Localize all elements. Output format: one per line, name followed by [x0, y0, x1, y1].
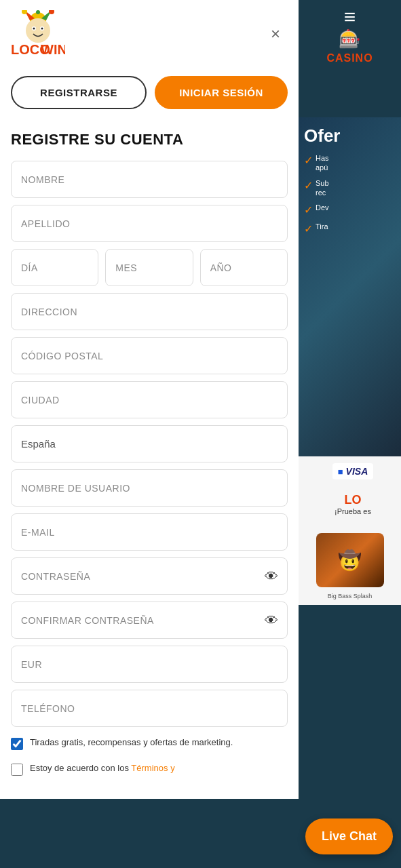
ano-input[interactable] — [200, 249, 288, 286]
promo-item-1: ✓ Hasapú — [304, 153, 401, 173]
moneda-input[interactable] — [11, 646, 288, 683]
buttons-row: REGISTRARSE INICIAR SESIÓN — [0, 68, 401, 117]
promo-item-3: ✓ Dev — [304, 203, 401, 216]
svg-text:WIN: WIN — [41, 42, 65, 57]
contrasena-input[interactable] — [11, 557, 288, 595]
codigo-postal-input[interactable] — [11, 337, 288, 374]
tiradas-label: Tiradas gratis, recompensas y ofertas de… — [30, 736, 233, 749]
casino-icon: 🎰 — [339, 28, 360, 50]
game-section: 🤠 Big Bass Splash — [299, 522, 401, 605]
terminos-label: Estoy de acuerdo con los Términos y — [30, 762, 175, 774]
promo-item-2: ✓ Subrec — [304, 178, 401, 198]
promo-title: Ofer — [304, 125, 401, 146]
logo-svg: LOCO WIN — [11, 10, 65, 58]
password-field-wrapper: 👁 — [11, 557, 288, 595]
promo-box: Ofer ✓ Hasapú ✓ Subrec ✓ Dev ✓ Tira — [299, 117, 401, 456]
confirmar-contrasena-input[interactable] — [11, 601, 288, 639]
promo-item-4: ✓ Tira — [304, 222, 401, 235]
payment-section: ■ VISA — [299, 456, 401, 486]
terminos-link[interactable]: Términos y — [131, 763, 174, 773]
tiradas-checkbox[interactable] — [11, 738, 23, 750]
header-right-panel: ≡ 🎰 CASINO — [299, 0, 401, 68]
confirm-password-field-wrapper: 👁 — [11, 601, 288, 639]
game-thumbnail: 🤠 — [316, 533, 384, 587]
loco-promo-section: LO ¡Prueba es — [299, 486, 401, 522]
close-button[interactable]: × — [263, 22, 288, 46]
terminos-checkbox[interactable] — [11, 764, 23, 776]
right-panel: Ofer ✓ Hasapú ✓ Subrec ✓ Dev ✓ Tira ■ VI… — [299, 117, 401, 799]
buttons-left: REGISTRARSE INICIAR SESIÓN — [0, 68, 299, 117]
apellido-input[interactable] — [11, 205, 288, 242]
visa-icon: ■ VISA — [332, 463, 374, 479]
svg-point-8 — [33, 28, 35, 30]
ciudad-input[interactable] — [11, 381, 288, 418]
loco-promo-title: LO — [304, 493, 401, 507]
telefono-input[interactable] — [11, 690, 288, 727]
mes-input[interactable] — [105, 249, 193, 286]
check-icon-4: ✓ — [304, 222, 313, 235]
svg-point-10 — [41, 28, 43, 30]
login-button[interactable]: INICIAR SESIÓN — [155, 76, 288, 109]
loco-promo-text: ¡Prueba es — [304, 507, 401, 515]
pais-input[interactable] — [11, 425, 288, 462]
nombre-input[interactable] — [11, 161, 288, 198]
casino-nav[interactable]: 🎰 CASINO — [326, 28, 373, 64]
hamburger-icon[interactable]: ≡ — [344, 5, 356, 28]
header: LOCO WIN × ≡ 🎰 CASINO — [0, 0, 401, 68]
logo: LOCO WIN — [11, 10, 65, 58]
terminos-checkbox-row: Estoy de acuerdo con los Términos y — [11, 760, 288, 778]
registration-form: REGISTRE SU CUENTA document.querySelecto… — [0, 117, 299, 799]
svg-point-5 — [36, 10, 40, 14]
main-content: REGISTRE SU CUENTA document.querySelecto… — [0, 117, 401, 799]
check-icon-1: ✓ — [304, 154, 313, 167]
header-left: LOCO WIN × — [0, 0, 299, 68]
email-input[interactable] — [11, 513, 288, 551]
check-icon-2: ✓ — [304, 179, 313, 192]
eye-icon-password[interactable]: 👁 — [265, 568, 278, 584]
live-chat-button[interactable]: Live Chat — [305, 818, 393, 854]
svg-point-6 — [26, 18, 50, 43]
dia-input[interactable] — [11, 249, 98, 286]
game-title: Big Bass Splash — [304, 593, 396, 599]
direccion-input[interactable] — [11, 293, 288, 330]
casino-label: CASINO — [326, 52, 373, 64]
buttons-right-spacer — [299, 68, 401, 117]
register-button[interactable]: REGISTRARSE — [11, 76, 147, 109]
form-title: REGISTRE SU CUENTA — [11, 131, 288, 149]
tiradas-checkbox-row: Tiradas gratis, recompensas y ofertas de… — [11, 734, 288, 753]
check-icon-3: ✓ — [304, 203, 313, 216]
date-row — [11, 249, 288, 286]
eye-icon-confirm-password[interactable]: 👁 — [265, 612, 278, 628]
usuario-input[interactable] — [11, 469, 288, 507]
